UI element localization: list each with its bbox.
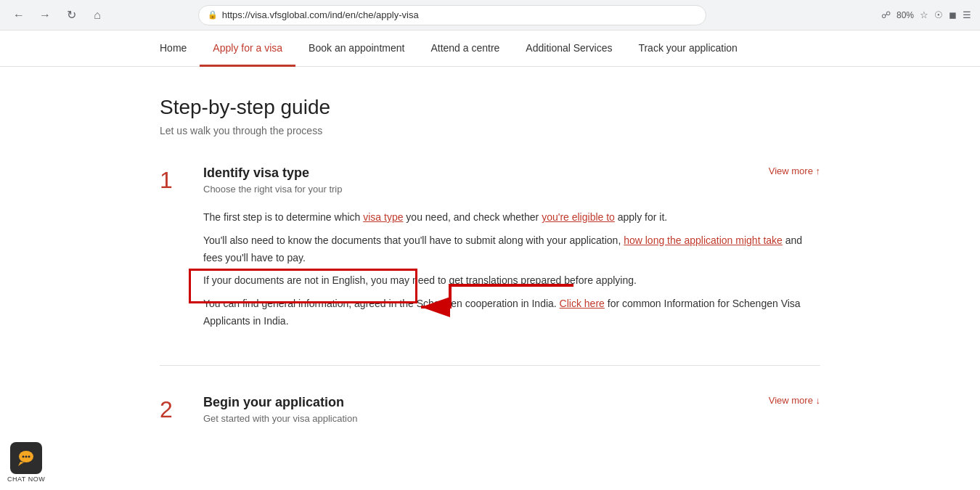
step-2-title: Begin your application xyxy=(203,395,820,410)
step-1-view-more[interactable]: View more ↑ xyxy=(769,166,820,176)
eligible-link[interactable]: you're eligible to xyxy=(542,211,615,223)
step-2-section: 2 View more ↓ Begin your application Get… xyxy=(160,395,820,467)
browser-right-icons: ☍ 80% ☆ ☉ ◼ ☰ xyxy=(881,9,971,20)
chat-label: CHAT NOW xyxy=(7,475,45,483)
security-icon: 🔒 xyxy=(208,10,218,20)
step-1-para-3: If your documents are not in English, yo… xyxy=(203,272,820,290)
site-nav: Home Apply for a visa Book an appointmen… xyxy=(0,30,980,67)
bookmark-icon[interactable]: ☆ xyxy=(920,9,928,20)
nav-item-additional-services[interactable]: Additional Services xyxy=(513,30,625,67)
forward-button[interactable]: → xyxy=(35,5,55,25)
svg-point-4 xyxy=(25,456,28,458)
nav-item-home[interactable]: Home xyxy=(160,30,200,67)
step-1-description: Choose the right visa for your trip xyxy=(203,184,820,195)
step-2-view-more[interactable]: View more ↓ xyxy=(769,395,820,406)
back-button[interactable]: ← xyxy=(9,5,29,25)
how-long-link[interactable]: how long the application might take xyxy=(624,234,783,246)
nav-item-apply-visa[interactable]: Apply for a visa xyxy=(200,30,295,67)
step-1-section: 1 View more ↑ Identify visa type Choose … xyxy=(160,166,820,366)
nav-item-attend-centre[interactable]: Attend a centre xyxy=(417,30,513,67)
menu-icon[interactable]: ☰ xyxy=(963,9,971,20)
svg-point-3 xyxy=(23,456,25,458)
step-2-content: View more ↓ Begin your application Get s… xyxy=(203,395,820,438)
home-browser-button[interactable]: ⌂ xyxy=(87,5,107,25)
refresh-button[interactable]: ↻ xyxy=(61,5,81,25)
address-bar[interactable]: 🔒 https://visa.vfsglobal.com/ind/en/che/… xyxy=(198,5,706,25)
url-text: https://visa.vfsglobal.com/ind/en/che/ap… xyxy=(222,9,419,20)
chat-icon xyxy=(10,442,42,474)
step-1-para-2: You'll also need to know the documents t… xyxy=(203,232,820,267)
reader-icon[interactable]: ☍ xyxy=(881,9,891,20)
page-subtitle: Let us walk you through the process xyxy=(160,125,820,136)
click-here-link[interactable]: Click here xyxy=(560,298,605,309)
step-1-para-1: The first step is to determine which vis… xyxy=(203,209,820,226)
chat-widget[interactable]: CHAT NOW xyxy=(7,442,45,483)
step-1-body: The first step is to determine which vis… xyxy=(203,209,820,330)
step-2-number: 2 xyxy=(160,395,203,438)
nav-item-track-application[interactable]: Track your application xyxy=(625,30,750,67)
step-1-para-4: You can find general information, agreed… xyxy=(203,295,820,330)
visa-type-link[interactable]: visa type xyxy=(363,211,403,223)
shield-icon[interactable]: ☉ xyxy=(934,9,943,20)
nav-item-book-appointment[interactable]: Book an appointment xyxy=(295,30,417,67)
step-2-description: Get started with your visa application xyxy=(203,413,820,424)
library-icon[interactable]: ◼ xyxy=(949,9,957,20)
step-1-number: 1 xyxy=(160,166,203,336)
main-content: Step-by-step guide Let us walk you throu… xyxy=(0,67,980,490)
svg-point-5 xyxy=(28,456,30,458)
zoom-level: 80% xyxy=(897,10,914,20)
browser-chrome: ← → ↻ ⌂ 🔒 https://visa.vfsglobal.com/ind… xyxy=(0,0,980,30)
page-title: Step-by-step guide xyxy=(160,96,820,119)
step-1-content: View more ↑ Identify visa type Choose th… xyxy=(203,166,820,336)
step-1-title: Identify visa type xyxy=(203,166,820,181)
